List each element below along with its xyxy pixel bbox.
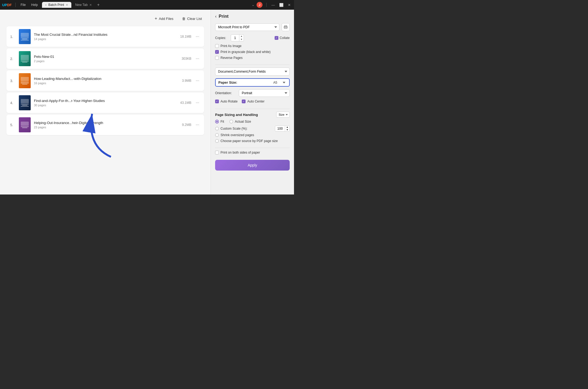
orientation-select[interactable]: Portrait Landscape (239, 89, 290, 97)
file-panel: + Add Files 🗑 Clear List 1. The Most Cru… (0, 10, 211, 194)
file-info: Find-and-Apply-For-th...r-Your-Higher-St… (34, 99, 177, 107)
file-item: 2. Pets-New-01 2 pages 303KB ··· (6, 48, 204, 69)
tab-area: ▾ Batch Print ✕ New Tab ✕ + (42, 2, 251, 8)
svg-rect-2 (285, 26, 287, 27)
new-tab-button[interactable]: + (96, 2, 101, 7)
svg-rect-3 (285, 27, 287, 28)
collate-label: Collate (280, 36, 290, 40)
clear-list-button[interactable]: 🗑 Clear List (180, 16, 204, 22)
reverse-pages-label: Reverse Pages (220, 56, 243, 60)
custom-scale-row: Custom Scale (%): 100 ▲ ▼ (215, 126, 290, 132)
auto-center-row: ✓ Auto Center (242, 100, 264, 103)
file-name: The Most Crucial Strate...nd Financial I… (34, 33, 177, 37)
print-header: ‹ Print (215, 14, 290, 19)
paper-size-select[interactable]: A5 A4 Letter Legal (273, 81, 286, 84)
both-sides-label: Print on both sides of paper (220, 151, 260, 154)
file-thumbnail (19, 95, 31, 110)
file-more-button[interactable]: ··· (195, 100, 200, 105)
printer-select[interactable]: Microsoft Print to PDF (215, 23, 279, 31)
copies-down[interactable]: ▼ (239, 38, 244, 41)
collate-checkbox[interactable]: ✓ (275, 36, 278, 40)
print-grayscale-checkbox[interactable]: ✓ (215, 50, 219, 54)
file-info: The Most Crucial Strate...nd Financial I… (34, 33, 177, 41)
file-more-button[interactable]: ··· (195, 122, 200, 127)
minimize-button[interactable]: — (270, 3, 276, 7)
shrink-pages-label: Shrink oversized pages (220, 133, 254, 137)
tab-new-label: New Tab (75, 3, 88, 7)
user-avatar[interactable]: J (257, 2, 262, 8)
file-name: How-Leading-Manufact...-with-Digitalizat… (34, 77, 179, 81)
close-button[interactable]: ✕ (287, 3, 292, 7)
copies-up[interactable]: ▲ (239, 35, 244, 38)
file-thumbnail (19, 117, 31, 132)
controls-divider (266, 3, 267, 7)
choose-paper-label: Choose paper source by PDF page size (220, 139, 278, 143)
trash-icon: 🗑 (182, 17, 186, 21)
file-more-button[interactable]: ··· (195, 56, 200, 61)
maximize-button[interactable]: ⬜ (278, 3, 285, 7)
scale-arrows: ▲ ▼ (285, 126, 289, 131)
auto-rotate-checkbox[interactable]: ✓ (215, 100, 219, 103)
file-name: Find-and-Apply-For-th...r-Your-Higher-St… (34, 99, 177, 103)
clear-list-label: Clear List (187, 17, 202, 21)
choose-paper-radio[interactable] (215, 139, 219, 143)
add-files-button[interactable]: + Add Files (153, 15, 176, 22)
collate-check[interactable]: ✓ Collate (275, 36, 290, 40)
tab-close-icon[interactable]: ✕ (66, 3, 68, 6)
page-sizing-title: Page Sizing and Handling (215, 113, 258, 117)
auto-center-checkbox[interactable]: ✓ (242, 100, 246, 103)
file-more-button[interactable]: ··· (195, 78, 200, 83)
print-as-image-checkbox[interactable] (215, 44, 219, 48)
choose-paper-row: Choose paper source by PDF page size (215, 139, 290, 143)
add-icon: + (155, 16, 157, 21)
tab-dropdown-icon: ▾ (45, 3, 47, 6)
scale-up[interactable]: ▲ (285, 126, 289, 129)
add-files-label: Add Files (159, 17, 173, 21)
file-pages: 23 pages (34, 126, 179, 129)
menu-help[interactable]: Help (29, 2, 40, 8)
both-sides-checkbox[interactable] (215, 151, 219, 154)
file-more-button[interactable]: ··· (195, 34, 200, 39)
print-grayscale-label: Print in grayscale (black and white) (220, 50, 271, 54)
titlebar-divider (15, 3, 16, 7)
printer-settings-button[interactable] (282, 23, 290, 31)
document-options-select[interactable]: Document,Comment,Form Fields (215, 68, 290, 76)
custom-scale-radio[interactable] (215, 127, 219, 130)
auto-center-label: Auto Center (247, 100, 264, 103)
file-number: 5. (10, 123, 16, 127)
size-select[interactable]: Size (276, 112, 290, 118)
reverse-pages-checkbox[interactable] (215, 56, 219, 60)
file-number: 3. (10, 79, 16, 83)
toolbar: + Add Files 🗑 Clear List (6, 15, 204, 22)
custom-scale-input: 100 ▲ ▼ (275, 126, 290, 132)
paper-size-row: Paper Size: A5 A4 Letter Legal (215, 78, 290, 87)
print-back-button[interactable]: ‹ (215, 14, 216, 19)
file-thumbnail (19, 29, 31, 44)
scale-down[interactable]: ▼ (285, 129, 289, 131)
tab-batch-print[interactable]: ▾ Batch Print ✕ (42, 2, 71, 8)
new-tab-close-icon[interactable]: ✕ (89, 3, 92, 6)
copies-spinner: 1 ▲ ▼ (231, 34, 244, 41)
print-grayscale-row: ✓ Print in grayscale (black and white) (215, 50, 290, 54)
apply-button[interactable]: Apply (215, 160, 290, 171)
fit-radio[interactable] (215, 120, 219, 123)
titlebar-controls: ⌄ J — ⬜ ✕ (252, 2, 292, 8)
file-size: 18.1MB (180, 35, 191, 38)
print-as-image-row: Print As Image (215, 44, 290, 48)
copies-label: Copies: (215, 36, 229, 40)
actual-size-row: Actual Size (229, 120, 251, 123)
shrink-pages-radio[interactable] (215, 133, 219, 137)
actual-size-radio[interactable] (229, 120, 233, 123)
menu-file[interactable]: File (18, 2, 28, 8)
tabs-dropdown-icon[interactable]: ⌄ (252, 3, 254, 7)
file-number: 1. (10, 35, 16, 39)
file-size: 9.2MB (182, 123, 191, 127)
file-number: 2. (10, 57, 16, 61)
file-name: Helping-Out-Insurance...heir-Digital-Str… (34, 121, 179, 125)
tab-new-tab[interactable]: New Tab ✕ (72, 2, 95, 8)
auto-options-row: ✓ Auto Rotate ✓ Auto Center (215, 100, 290, 103)
print-title: Print (219, 14, 228, 19)
file-list: 1. The Most Crucial Strate...nd Financia… (6, 26, 204, 135)
divider-1 (215, 65, 290, 65)
print-as-image-label: Print As Image (220, 44, 242, 48)
